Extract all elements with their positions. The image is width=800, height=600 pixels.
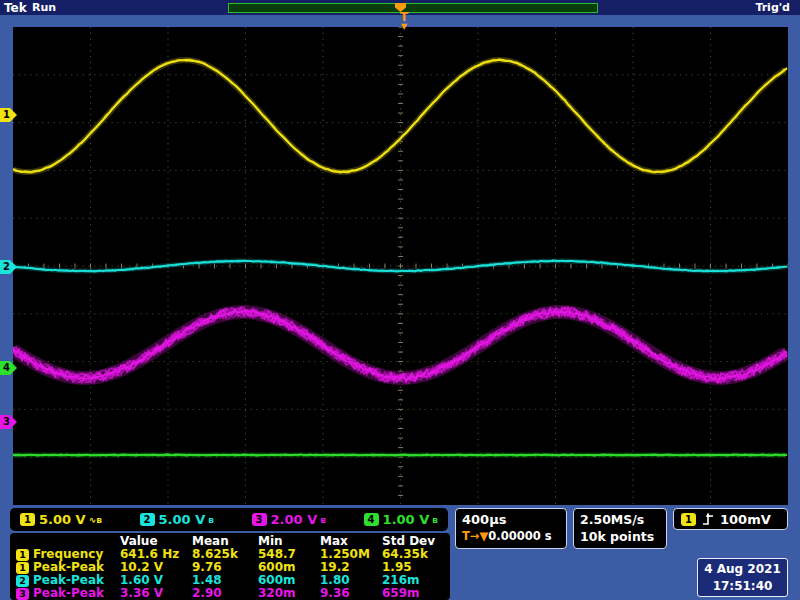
channel3-badge: 3 (252, 513, 267, 526)
date-value: 4 Aug 2021 (698, 561, 787, 578)
trigger-pos-t-icon: T (462, 529, 470, 543)
channel2-badge: 2 (140, 513, 155, 526)
trigger-position-flag: T ▼ (394, 12, 414, 30)
measurement-min: 320m (258, 587, 320, 600)
measurement-source-badge: 1 (16, 562, 29, 574)
channel1-badge: 1 (20, 513, 35, 526)
trigger-source-badge: 1 (681, 513, 696, 526)
measurement-stddev: 659m (382, 587, 444, 600)
measurement-mean: 2.90 (192, 587, 258, 600)
measurement-source-badge: 3 (16, 588, 29, 600)
channel4-scale: 1.00 V (383, 512, 430, 527)
channel3-scale: 2.00 V (271, 512, 318, 527)
channel1-coupling-icon: ∿ʙ (89, 515, 102, 525)
timebase-scale: 400µs (462, 511, 560, 529)
measurement-name: Peak-Peak (33, 587, 104, 600)
measurement-max: 9.36 (320, 587, 382, 600)
channel4-readout: 4 1.00 V ʙ (364, 512, 438, 527)
trigger-readout: 1 100mV (673, 508, 788, 530)
measurement-source-badge: 1 (16, 549, 29, 561)
channel1-readout: 1 5.00 V ∿ʙ (20, 512, 102, 527)
waveform-display (13, 27, 788, 505)
channel-scale-readouts: 1 5.00 V ∿ʙ 2 5.00 V ʙ 3 2.00 V ʙ 4 1.00… (10, 508, 448, 531)
trigger-down-arrow-icon: ▼ (394, 23, 414, 30)
channel2-readout: 2 5.00 V ʙ (140, 512, 214, 527)
measurement-table: Value Mean Min Max Std Dev 1Frequency 64… (10, 533, 450, 600)
acquisition-readout: 2.50MS/s 10k points (573, 508, 667, 549)
time-value: 17:51:40 (698, 578, 787, 595)
rising-edge-icon (702, 512, 714, 526)
channel4-badge: 4 (364, 513, 379, 526)
channel1-scale: 5.00 V (39, 512, 86, 527)
channel2-scale: 5.00 V (159, 512, 206, 527)
trigger-status: Trig'd (755, 1, 790, 14)
measurement-source-badge: 2 (16, 575, 29, 587)
channel3-readout: 3 2.00 V ʙ (252, 512, 326, 527)
record-length: 10k points (580, 528, 660, 545)
channel4-coupling-icon: ʙ (432, 515, 438, 525)
channel2-coupling-icon: ʙ (208, 515, 214, 525)
channel3-coupling-icon: ʙ (320, 515, 326, 525)
trigger-level: 100mV (720, 512, 771, 527)
sample-rate: 2.50MS/s (580, 511, 660, 528)
trigger-position-readout: T→▼0.00000 s (462, 529, 560, 544)
horizontal-readout: 400µs T→▼0.00000 s (455, 508, 567, 549)
datetime-display: 4 Aug 2021 17:51:40 (697, 558, 788, 597)
tek-logo: Tek (4, 1, 27, 15)
acquisition-state: Run (32, 1, 56, 14)
trigger-pos-arrow-icon: →▼ (470, 529, 488, 543)
waveform-canvas (13, 27, 788, 505)
measurement-value: 3.36 V (120, 587, 192, 600)
trigger-position-value: 0.00000 s (488, 529, 551, 543)
measurement-row: 3Peak-Peak 3.36 V 2.90 320m 9.36 659m (16, 587, 450, 600)
